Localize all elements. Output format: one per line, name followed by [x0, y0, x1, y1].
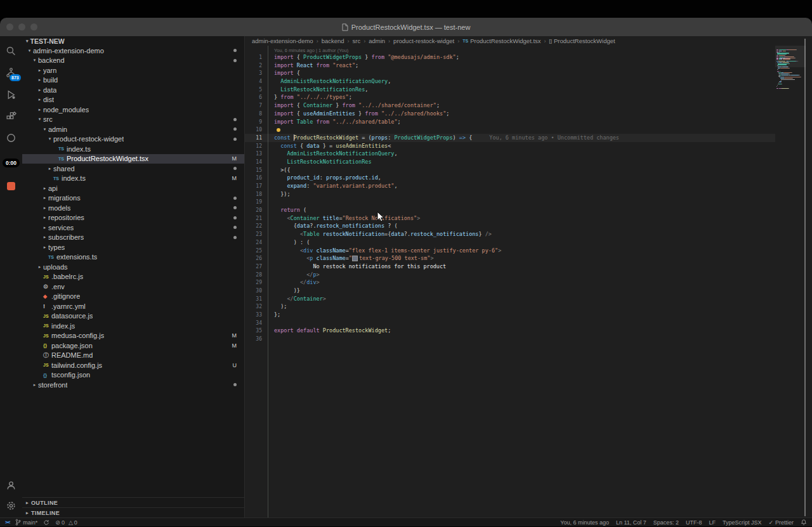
tree-item-index.js[interactable]: JSindex.js [22, 321, 244, 331]
code-line-17[interactable]: 17 expand: "variant,variant.product", [245, 182, 775, 190]
lightbulb-dot[interactable] [277, 128, 280, 132]
tree-item-subscribers[interactable]: ▸subscribers [22, 233, 244, 243]
accounts-icon[interactable] [0, 480, 22, 491]
code-line-26[interactable]: 26 <p className="text-gray-500 text-sm"> [245, 254, 775, 263]
breadcrumb-item-ProductRestockWidget[interactable]: []ProductRestockWidget [549, 37, 615, 44]
breadcrumb-item-src[interactable]: src [353, 37, 361, 44]
extensions-icon[interactable] [0, 111, 22, 122]
breadcrumb-item-admin[interactable]: admin [369, 37, 385, 44]
tree-item-admin[interactable]: ▾admin [22, 124, 244, 134]
code-line-9[interactable]: 9import Table from "../../shared/table"; [245, 118, 775, 126]
outline-panel-header[interactable]: ▸ OUTLINE [22, 497, 244, 507]
git-branch-status[interactable]: main* [15, 519, 37, 526]
tree-item-build[interactable]: ▸build [22, 75, 244, 86]
code-line-36[interactable]: 36 [245, 335, 775, 343]
tree-item-.gitignore[interactable]: ◆.gitignore [22, 292, 244, 302]
code-line-2[interactable]: 2import React from "react"; [245, 62, 775, 70]
tree-item-index.ts[interactable]: TSindex.tsM [22, 174, 244, 184]
code-line-5[interactable]: 5 ListRestockNotificationRes, [245, 86, 775, 94]
code-line-35[interactable]: 35export default ProductRestockWidget; [245, 327, 775, 335]
tree-item-admin-extension-demo[interactable]: ▾admin-extension-demo [22, 46, 244, 56]
tree-item-node_modules[interactable]: ▸node_modules [22, 105, 244, 115]
tree-item-shared[interactable]: ▸shared [22, 164, 244, 174]
code-line-30[interactable]: 30 )} [245, 287, 775, 295]
tree-item-yarn[interactable]: ▸yarn [22, 65, 244, 75]
tree-item-repositories[interactable]: ▸repositories [22, 213, 244, 223]
minimize-window-button[interactable] [18, 23, 25, 30]
code-line-24[interactable]: 24 ) : ( [245, 238, 775, 247]
tree-item-migrations[interactable]: ▸migrations [22, 193, 244, 204]
tree-item-src[interactable]: ▾src [22, 115, 244, 125]
breadcrumb-item-product-restock-widget[interactable]: product-restock-widget [393, 37, 454, 44]
notifications-bell[interactable] [801, 519, 807, 526]
live-share-icon[interactable] [0, 133, 22, 143]
code-line-19[interactable]: 19 [245, 198, 775, 206]
code-line-27[interactable]: 27 No restock notifications for this pro… [245, 263, 775, 271]
blame-status[interactable]: You, 6 minutes ago [560, 519, 609, 526]
code-line-14[interactable]: 14 ListRestockNotificationRes [245, 158, 775, 166]
tree-item-datasource.js[interactable]: JSdatasource.js [22, 311, 244, 322]
tree-item-models[interactable]: ▸models [22, 203, 244, 213]
problems-status[interactable]: ⊘ 0 △ 0 [55, 519, 77, 526]
breadcrumb-item-backend[interactable]: backend [322, 37, 344, 44]
code-line-18[interactable]: 18 }); [245, 190, 775, 198]
tree-item-tailwind.config.js[interactable]: JStailwind.config.jsU [22, 360, 244, 370]
run-debug-icon[interactable] [0, 89, 22, 100]
recorder-timer[interactable]: 0:00 [0, 159, 22, 167]
tree-item-backend[interactable]: ▾backend [22, 56, 244, 66]
minimap[interactable] [775, 46, 803, 517]
formatter-status[interactable]: ✓ Prettier [768, 519, 794, 526]
tree-item-index.ts[interactable]: TSindex.ts [22, 144, 244, 154]
tree-item-types[interactable]: ▸types [22, 242, 244, 252]
tree-item-.babelrc.js[interactable]: JS.babelrc.js [22, 272, 244, 282]
code-line-8[interactable]: 8import { useAdminEntities } from "../..… [245, 110, 775, 118]
close-window-button[interactable] [6, 23, 13, 30]
code-line-33[interactable]: 33}; [245, 311, 775, 319]
code-line-23[interactable]: 23 <Table restockNotification={data?.res… [245, 230, 775, 238]
tree-item-ProductRestockWidget.tsx[interactable]: TSProductRestockWidget.tsxM [22, 154, 244, 164]
code-line-15[interactable]: 15 >({ [245, 166, 775, 174]
code-line-7[interactable]: 7import { Container } from "../../shared… [245, 101, 775, 110]
tree-item-product-restock-widget[interactable]: ▾product-restock-widget [22, 134, 244, 145]
scrollbar[interactable] [804, 39, 806, 516]
code-area[interactable]: You, 6 minutes ago | 1 author (You) 1imp… [245, 46, 775, 517]
code-line-34[interactable]: 34 [245, 319, 775, 327]
code-line-21[interactable]: 21 <Container title="Restock Notificatio… [245, 214, 775, 223]
indentation-status[interactable]: Spaces: 2 [653, 519, 679, 526]
tree-item-uploads[interactable]: ▸uploads [22, 262, 244, 272]
cursor-position-status[interactable]: Ln 11, Col 7 [616, 519, 646, 526]
sync-status[interactable] [43, 519, 49, 526]
tree-item-README.md[interactable]: ⓘREADME.md [22, 351, 244, 361]
zoom-window-button[interactable] [30, 23, 37, 30]
code-line-32[interactable]: 32 ); [245, 303, 775, 311]
code-line-25[interactable]: 25 <div className="flex flex-1 items-cen… [245, 247, 775, 255]
recorder-stop-button[interactable] [0, 182, 22, 190]
tree-item-services[interactable]: ▸services [22, 223, 244, 233]
settings-gear-icon[interactable] [0, 500, 22, 511]
workspace-header[interactable]: ▾ TEST-NEW [22, 36, 244, 46]
tree-item-dist[interactable]: ▸dist [22, 95, 244, 105]
tree-item-extensions.ts[interactable]: TSextensions.ts [22, 252, 244, 263]
tree-item-medusa-config.js[interactable]: JSmedusa-config.jsM [22, 331, 244, 341]
code-line-31[interactable]: 31 </Container> [245, 295, 775, 303]
language-mode-status[interactable]: TypeScript JSX [723, 519, 762, 526]
tree-item-storefront[interactable]: ▸storefront [22, 380, 244, 390]
tree-item-.env[interactable]: ⚙.env [22, 282, 244, 292]
code-line-3[interactable]: 3import { [245, 69, 775, 77]
tree-item-data[interactable]: ▸data [22, 85, 244, 95]
encoding-status[interactable]: UTF-8 [686, 519, 702, 526]
remote-indicator[interactable]: >< [5, 519, 10, 525]
code-line-4[interactable]: 4 AdminListRestockNotificationQuery, [245, 77, 775, 86]
tree-item-api[interactable]: ▸api [22, 183, 244, 193]
breadcrumb-item-ProductRestockWidget.tsx[interactable]: TSProductRestockWidget.tsx [462, 37, 540, 44]
tree-item-tsconfig.json[interactable]: {}tsconfig.json [22, 370, 244, 381]
tree-item-package.json[interactable]: {}package.jsonM [22, 341, 244, 351]
code-line-28[interactable]: 28 </p> [245, 271, 775, 279]
code-line-6[interactable]: 6} from "../../../types"; [245, 93, 775, 101]
code-line-1[interactable]: 1import { ProductWidgetProps } from "@me… [245, 53, 775, 62]
search-icon[interactable] [0, 46, 22, 56]
code-line-20[interactable]: 20 return ( [245, 206, 775, 214]
tree-item-.yarnrc.yml[interactable]: !.yarnrc.yml [22, 301, 244, 311]
code-line-22[interactable]: 22 {data?.restock_notifications ? ( [245, 222, 775, 230]
eol-status[interactable]: LF [709, 519, 716, 526]
